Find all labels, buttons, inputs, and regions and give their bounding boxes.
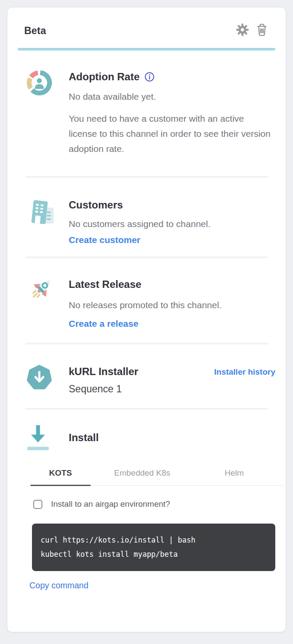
copy-command-link[interactable]: Copy command [29,581,89,590]
command-line: curl https://kots.io/install | bash [41,533,267,547]
tab-kots[interactable]: KOTS [30,468,91,485]
installer-history-link[interactable]: Installer history [214,367,276,377]
buildings-icon [25,197,54,245]
card-sections: Adoption Rate No data available yet. You… [7,51,286,590]
trash-icon [255,23,268,38]
installer-sequence: Sequence 1 [69,383,214,395]
header-actions [236,24,268,38]
command-line: kubectl kots install myapp/beta [41,547,267,562]
rocket-icon [25,276,54,329]
channel-card: Beta [7,7,286,632]
delete-channel-button[interactable] [255,24,268,38]
adoption-rate-title: Adoption Rate [69,71,140,83]
airgap-option-row: Install to an airgap environment? [33,499,275,509]
gear-icon [236,23,249,38]
tab-helm[interactable]: Helm [194,468,275,485]
info-icon[interactable] [144,72,155,82]
download-arrow-icon [25,423,54,453]
section-install: Install KOTS Embedded K8s Helm Install t… [25,410,275,590]
section-customers: Customers No customers assigned to chann… [25,178,275,256]
customers-title: Customers [69,199,275,211]
card-header: Beta [7,7,286,38]
customers-empty-message: No customers assigned to channel. [69,216,275,231]
release-empty-message: No releases promoted to this channel. [69,297,275,313]
install-title: Install [69,432,99,444]
airgap-checkbox[interactable] [33,500,42,509]
kurl-installer-title: kURL Installer [69,366,214,378]
heptagon-download-icon [25,363,54,395]
create-release-link[interactable]: Create a release [69,319,138,329]
install-tabs: KOTS Embedded K8s Helm [30,468,283,486]
adoption-empty-message: No data available yet. [69,89,275,104]
airgap-checkbox-label[interactable]: Install to an airgap environment? [51,499,170,509]
settings-button[interactable] [236,24,249,38]
adoption-hint-text: You need to have a customer with an acti… [69,111,272,156]
section-adoption-rate: Adoption Rate No data available yet. You… [25,51,275,176]
section-latest-release: Latest Release No releases promoted to t… [25,258,275,343]
channel-title: Beta [24,25,46,37]
tab-embedded-k8s[interactable]: Embedded K8s [91,468,194,485]
donut-user-icon [25,69,54,156]
install-command-block: curl https://kots.io/install | bashkubec… [32,524,275,571]
latest-release-title: Latest Release [69,278,275,290]
section-kurl-installer: kURL Installer Sequence 1 Installer hist… [25,344,275,408]
create-customer-link[interactable]: Create customer [69,235,140,245]
